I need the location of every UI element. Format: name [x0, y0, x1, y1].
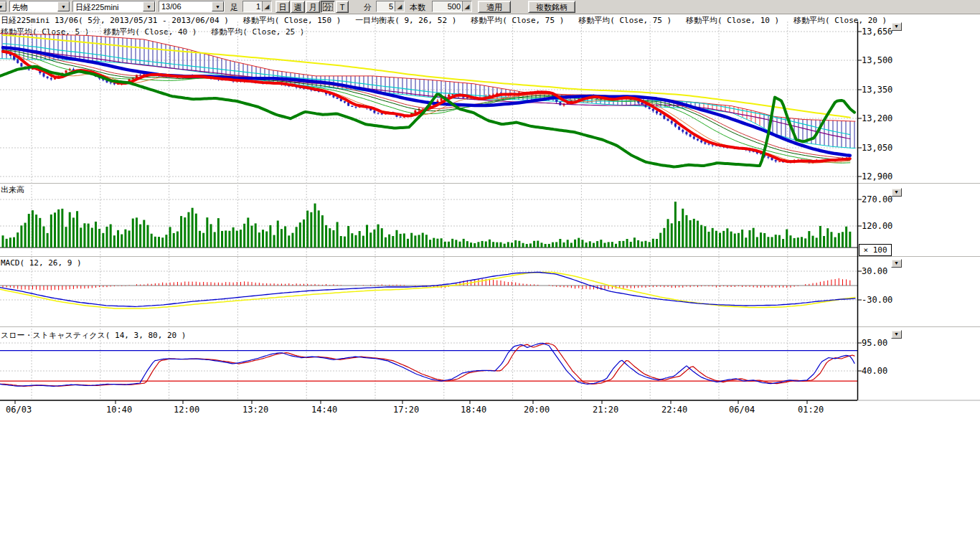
time-tick-label: 21:20 [593, 405, 618, 415]
spin-icon[interactable]: ◢ [262, 1, 271, 11]
period-week-button[interactable]: 週 [291, 1, 305, 13]
macd-panel [0, 272, 857, 309]
apply-button[interactable]: 適用 [478, 1, 511, 13]
axis-value-label: 13,200 [862, 113, 892, 123]
axis-value-label: 270.00 [862, 194, 892, 204]
instrument-type-combo[interactable]: 先物 ▼ [9, 1, 70, 12]
stochastics-panel [0, 343, 857, 386]
axis-value-label: 13,350 [862, 85, 892, 95]
volume-pane-scroll-button[interactable]: ▼ [891, 188, 902, 197]
time-tick-label: 06/04 [729, 405, 755, 415]
dropdown-arrow-icon[interactable]: ▼ [143, 1, 155, 11]
bar-count-label: 本数 [410, 2, 425, 13]
stoch-pane-scroll-button[interactable]: ▼ [891, 330, 902, 339]
period-tick-button[interactable]: T [336, 1, 349, 13]
price-panel [0, 34, 855, 167]
axis-value-label: 13,050 [862, 143, 892, 153]
time-tick-label: 17:20 [393, 405, 419, 415]
axis-value-label: 120.00 [862, 221, 892, 231]
symbol-value: 日経225mini [73, 1, 143, 11]
dropdown-arrow-icon[interactable]: ▼ [57, 1, 70, 11]
time-tick-label: 01:20 [798, 405, 824, 415]
time-tick-label: 20:00 [524, 405, 550, 415]
minute-spinner[interactable]: 5 ◢ [376, 1, 405, 12]
contract-month-combo[interactable]: 13/06 ▼ [159, 1, 225, 12]
time-tick-label: 10:40 [106, 405, 132, 415]
time-tick-label: 12:00 [174, 405, 199, 415]
symbol-combo[interactable]: 日経225mini ▼ [72, 1, 156, 12]
volume-panel [0, 202, 857, 248]
axis-value-label: 13,650 [862, 27, 892, 37]
axis-value-label: -30.00 [862, 295, 892, 305]
contract-month-value: 13/06 [159, 1, 212, 11]
volume-panel-label: 出来高 [1, 184, 24, 195]
chart-canvas [0, 0, 980, 551]
period-day-button[interactable]: 日 [275, 1, 290, 13]
axis-value-label: 12,900 [862, 171, 892, 182]
axis-value-label: 13,500 [862, 55, 892, 65]
price-pane-scroll-button[interactable]: ▼ [891, 22, 902, 31]
time-tick-label: 14:40 [311, 405, 337, 415]
app-window: ▼ 先物 ▼ 日経225mini ▼ 13/06 ▼ 足 1 ◢ 日 週 月 分… [0, 0, 980, 551]
dropdown-arrow-icon[interactable]: ▼ [212, 1, 224, 11]
bar-count-spinner[interactable]: 500 ◢ [432, 1, 472, 12]
bar-type-label: 足 [230, 2, 238, 13]
gridlines [0, 22, 857, 400]
multi-symbol-button[interactable]: 複数銘柄 [528, 1, 575, 13]
offscreen-combo-stub[interactable]: ▼ [0, 1, 7, 12]
time-tick-label: 22:40 [661, 405, 687, 415]
axis-value-label: 95.00 [862, 338, 887, 348]
macd-pane-scroll-button[interactable]: ▼ [891, 259, 902, 268]
macd-panel-label: MACD( 12, 26, 9 ) [1, 258, 82, 268]
chart-legend-line1: 日経225mini 13/06( 5分, 2013/05/31 - 2013/0… [1, 15, 887, 26]
dropdown-arrow-icon: ▼ [0, 1, 6, 11]
volume-multiplier-box: × 100 [859, 244, 892, 256]
minute-label: 分 [364, 2, 372, 13]
instrument-type-value: 先物 [10, 1, 57, 11]
time-tick-label: 18:40 [461, 405, 486, 415]
spin-icon[interactable]: ◢ [462, 1, 471, 11]
spin-icon[interactable]: ◢ [395, 1, 404, 11]
axis-value-label: 40.00 [862, 366, 887, 376]
ichimoku-cloud [0, 34, 855, 149]
time-tick-label: 13:20 [242, 405, 268, 415]
period-minute-button[interactable]: 分 [321, 1, 335, 13]
time-tick-label: 06/03 [6, 405, 32, 415]
bar-unit-spinner[interactable]: 1 ◢ [242, 1, 272, 12]
toolbar: ▼ 先物 ▼ 日経225mini ▼ 13/06 ▼ 足 1 ◢ 日 週 月 分… [0, 0, 980, 14]
axis-value-label: 30.00 [862, 266, 887, 276]
axes [0, 22, 980, 404]
period-month-button[interactable]: 月 [306, 1, 320, 13]
stoch-panel-label: スロー・ストキャスティクス( 14, 3, 80, 20 ) [1, 330, 186, 341]
